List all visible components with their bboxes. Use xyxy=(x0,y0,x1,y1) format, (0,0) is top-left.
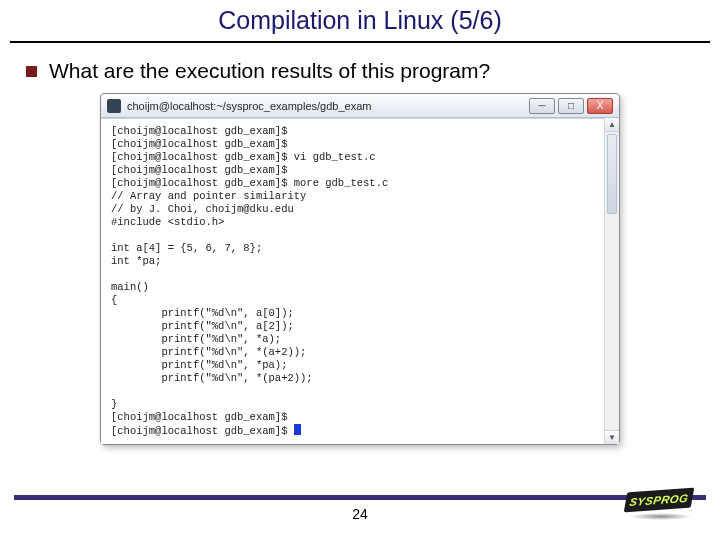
bullet-row: What are the execution results of this p… xyxy=(26,59,694,83)
scroll-down-button[interactable]: ▼ xyxy=(605,430,619,444)
term-line: [choijm@localhost gdb_exam]$ xyxy=(111,411,287,423)
term-line: [choijm@localhost gdb_exam]$ xyxy=(111,125,287,137)
terminal-screenshot: choijm@localhost:~/sysproc_examples/gdb_… xyxy=(100,93,620,445)
slide-body: What are the execution results of this p… xyxy=(0,43,720,445)
term-line: [choijm@localhost gdb_exam]$ more gdb_te… xyxy=(111,177,388,189)
window-frame: choijm@localhost:~/sysproc_examples/gdb_… xyxy=(100,93,620,445)
close-button[interactable]: X xyxy=(587,98,613,114)
term-line: // Array and pointer similarity xyxy=(111,190,306,202)
logo-shadow-icon xyxy=(630,513,692,520)
term-line: // by J. Choi, choijm@dku.edu xyxy=(111,203,294,215)
window-app-icon xyxy=(107,99,121,113)
term-line: { xyxy=(111,294,117,306)
term-line: [choijm@localhost gdb_exam]$ xyxy=(111,164,287,176)
maximize-button[interactable]: □ xyxy=(558,98,584,114)
slide-title: Compilation in Linux (5/6) xyxy=(0,0,720,35)
term-line: printf("%d\n", *(a+2)); xyxy=(111,346,306,358)
window-titlebar: choijm@localhost:~/sysproc_examples/gdb_… xyxy=(101,94,619,118)
term-line: [choijm@localhost gdb_exam]$ xyxy=(111,138,287,150)
term-line: [choijm@localhost gdb_exam]$ vi gdb_test… xyxy=(111,151,376,163)
footer-divider xyxy=(14,495,706,500)
term-line: } xyxy=(111,398,117,410)
sysprog-logo: SYSPROG xyxy=(626,486,698,520)
term-line: printf("%d\n", a[2]); xyxy=(111,320,294,332)
terminal-output: [choijm@localhost gdb_exam]$ [choijm@loc… xyxy=(101,119,619,444)
term-line: int *pa; xyxy=(111,255,161,267)
minimize-button[interactable]: ─ xyxy=(529,98,555,114)
term-line: printf("%d\n", *(pa+2)); xyxy=(111,372,313,384)
window-body: [choijm@localhost gdb_exam]$ [choijm@loc… xyxy=(101,118,619,444)
square-bullet-icon xyxy=(26,66,37,77)
term-line: main() xyxy=(111,281,149,293)
vertical-scrollbar[interactable]: ▲ ▼ xyxy=(604,118,619,444)
term-line: [choijm@localhost gdb_exam]$ xyxy=(111,425,294,437)
term-line: printf("%d\n", *pa); xyxy=(111,359,287,371)
term-line: printf("%d\n", *a); xyxy=(111,333,281,345)
term-line: printf("%d\n", a[0]); xyxy=(111,307,294,319)
page-number: 24 xyxy=(0,506,720,522)
slide: Compilation in Linux (5/6) What are the … xyxy=(0,0,720,540)
bullet-text: What are the execution results of this p… xyxy=(49,59,490,83)
terminal-cursor-icon xyxy=(294,424,301,435)
window-title-text: choijm@localhost:~/sysproc_examples/gdb_… xyxy=(127,100,523,112)
term-line: #include <stdio.h> xyxy=(111,216,224,228)
scroll-up-button[interactable]: ▲ xyxy=(605,118,619,132)
window-buttons: ─ □ X xyxy=(529,98,613,114)
term-line: int a[4] = {5, 6, 7, 8}; xyxy=(111,242,262,254)
logo-text: SYSPROG xyxy=(624,488,695,513)
scrollbar-thumb[interactable] xyxy=(607,134,617,214)
